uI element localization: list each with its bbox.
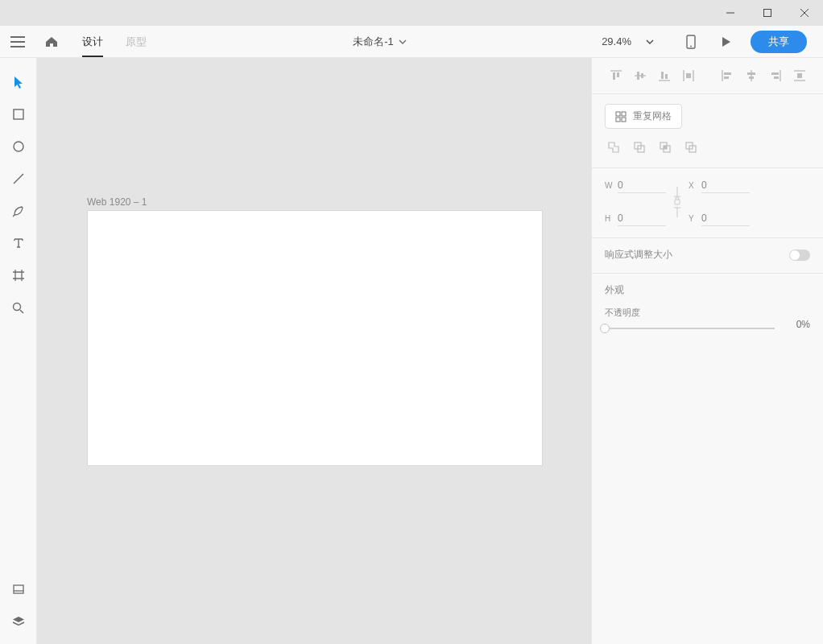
align-center-v-icon[interactable] bbox=[742, 66, 761, 85]
boolean-exclude-button[interactable] bbox=[682, 138, 700, 156]
svg-rect-23 bbox=[661, 72, 664, 79]
tab-design[interactable]: 设计 bbox=[71, 26, 114, 57]
zoom-value: 29.4% bbox=[602, 35, 631, 47]
document-title[interactable]: 未命名-1 bbox=[158, 35, 602, 49]
layers-panel-button[interactable] bbox=[0, 605, 37, 638]
svg-rect-42 bbox=[616, 118, 620, 122]
artboard[interactable] bbox=[87, 210, 543, 466]
width-label: W bbox=[605, 181, 618, 190]
tab-prototype-label: 原型 bbox=[126, 35, 147, 49]
svg-rect-27 bbox=[686, 73, 691, 78]
share-button[interactable]: 共享 bbox=[751, 31, 807, 53]
svg-line-11 bbox=[14, 174, 23, 184]
svg-rect-40 bbox=[616, 112, 620, 116]
svg-rect-39 bbox=[797, 73, 802, 78]
svg-point-8 bbox=[690, 45, 692, 47]
responsive-resize-label: 响应式调整大小 bbox=[605, 248, 672, 262]
y-label: Y bbox=[689, 214, 701, 223]
boolean-intersect-button[interactable] bbox=[656, 138, 674, 156]
svg-rect-1 bbox=[764, 10, 771, 17]
align-middle-h-icon[interactable] bbox=[631, 66, 650, 85]
repeat-grid-button[interactable]: 重复网格 bbox=[605, 104, 682, 129]
boolean-add-button[interactable] bbox=[605, 138, 622, 156]
svg-point-12 bbox=[14, 303, 21, 310]
ellipse-tool[interactable] bbox=[0, 130, 37, 163]
window-minimize-button[interactable] bbox=[712, 0, 749, 26]
boolean-subtract-button[interactable] bbox=[631, 138, 648, 156]
play-preview-button[interactable] bbox=[709, 36, 744, 47]
svg-rect-30 bbox=[724, 76, 729, 79]
svg-rect-48 bbox=[664, 146, 667, 149]
height-input[interactable] bbox=[618, 211, 666, 226]
svg-rect-32 bbox=[747, 72, 755, 75]
tab-design-label: 设计 bbox=[82, 35, 103, 49]
responsive-resize-toggle[interactable] bbox=[789, 250, 810, 261]
canvas[interactable]: Web 1920 – 1 bbox=[37, 58, 591, 644]
height-label: H bbox=[605, 214, 618, 223]
window-maximize-button[interactable] bbox=[749, 0, 786, 26]
document-title-label: 未命名-1 bbox=[353, 35, 394, 49]
chevron-down-icon bbox=[399, 39, 407, 44]
right-panel: 重复网格 W X H Y bbox=[591, 58, 823, 644]
window-close-button[interactable] bbox=[786, 0, 823, 26]
opacity-slider[interactable] bbox=[605, 328, 775, 329]
device-preview-button[interactable] bbox=[673, 35, 709, 49]
svg-rect-41 bbox=[622, 112, 626, 116]
svg-rect-36 bbox=[774, 76, 779, 79]
chevron-down-icon bbox=[646, 39, 654, 44]
svg-rect-33 bbox=[749, 76, 754, 79]
appearance-title: 外观 bbox=[605, 283, 810, 297]
opacity-label: 不透明度 bbox=[605, 307, 810, 319]
align-top-icon[interactable] bbox=[606, 66, 626, 85]
svg-rect-29 bbox=[724, 72, 731, 75]
svg-rect-20 bbox=[637, 72, 639, 80]
align-right-icon[interactable] bbox=[766, 66, 785, 85]
assets-panel-button[interactable] bbox=[0, 573, 37, 605]
x-input[interactable] bbox=[701, 178, 750, 193]
tab-prototype[interactable]: 原型 bbox=[114, 26, 158, 57]
align-left-icon[interactable] bbox=[718, 66, 737, 85]
zoom-tool[interactable] bbox=[0, 291, 37, 324]
distribute-v-icon[interactable] bbox=[679, 66, 698, 85]
svg-rect-9 bbox=[14, 109, 23, 119]
grid-icon bbox=[615, 111, 627, 122]
svg-rect-24 bbox=[665, 74, 668, 79]
window-titlebar bbox=[0, 0, 823, 26]
svg-rect-17 bbox=[613, 72, 615, 80]
share-button-label: 共享 bbox=[768, 35, 789, 47]
svg-rect-51 bbox=[675, 200, 680, 204]
opacity-value: 0% bbox=[784, 319, 810, 330]
rectangle-tool[interactable] bbox=[0, 98, 37, 130]
left-toolbar bbox=[0, 58, 37, 644]
y-input[interactable] bbox=[701, 211, 750, 226]
text-tool[interactable] bbox=[0, 227, 37, 259]
select-tool[interactable] bbox=[0, 66, 37, 98]
align-bottom-icon[interactable] bbox=[655, 66, 674, 85]
pen-tool[interactable] bbox=[0, 195, 37, 227]
home-button[interactable] bbox=[35, 36, 68, 47]
svg-rect-43 bbox=[622, 118, 626, 122]
svg-line-13 bbox=[20, 310, 23, 313]
opacity-slider-handle[interactable] bbox=[600, 324, 610, 333]
width-input[interactable] bbox=[618, 178, 666, 193]
line-tool[interactable] bbox=[0, 163, 37, 195]
repeat-grid-label: 重复网格 bbox=[633, 109, 672, 123]
distribute-h-icon[interactable] bbox=[790, 66, 809, 85]
lock-aspect-button[interactable] bbox=[666, 185, 689, 219]
hamburger-menu-button[interactable] bbox=[0, 36, 35, 47]
svg-rect-18 bbox=[617, 72, 619, 77]
svg-point-10 bbox=[14, 142, 23, 151]
app-header: 设计 原型 未命名-1 29.4% 共享 bbox=[0, 26, 823, 58]
artboard-label[interactable]: Web 1920 – 1 bbox=[87, 196, 147, 208]
svg-rect-14 bbox=[14, 585, 23, 593]
x-label: X bbox=[689, 181, 701, 190]
artboard-tool[interactable] bbox=[0, 259, 37, 291]
svg-rect-21 bbox=[641, 73, 643, 78]
svg-rect-35 bbox=[771, 72, 779, 75]
zoom-dropdown[interactable]: 29.4% bbox=[602, 35, 673, 47]
